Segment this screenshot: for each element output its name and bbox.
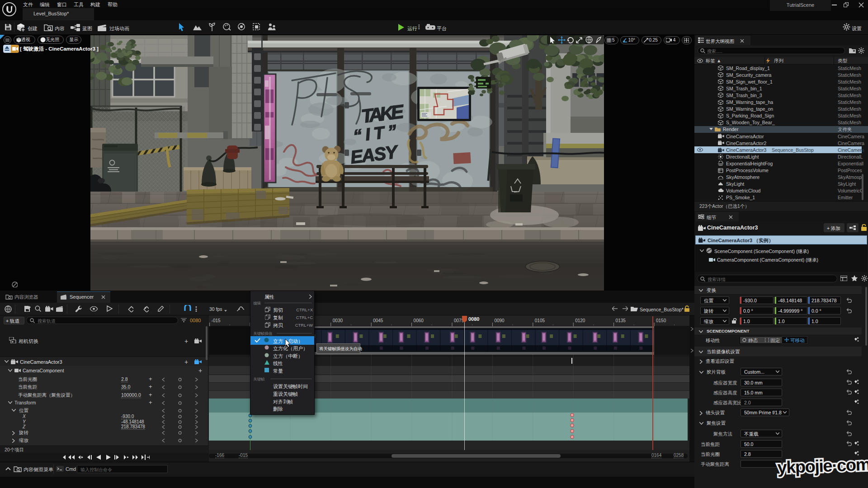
svg-text:0135: 0135 [616,318,626,323]
svg-text:0060: 0060 [414,318,424,323]
svg-text:0090: 0090 [494,318,505,323]
svg-text:0030: 0030 [333,318,343,323]
svg-text:-015: -015 [212,318,221,323]
svg-text:0150: 0150 [656,318,666,323]
svg-text:0120: 0120 [575,318,585,323]
svg-text:0045: 0045 [373,318,383,323]
svg-text:0105: 0105 [535,318,545,323]
